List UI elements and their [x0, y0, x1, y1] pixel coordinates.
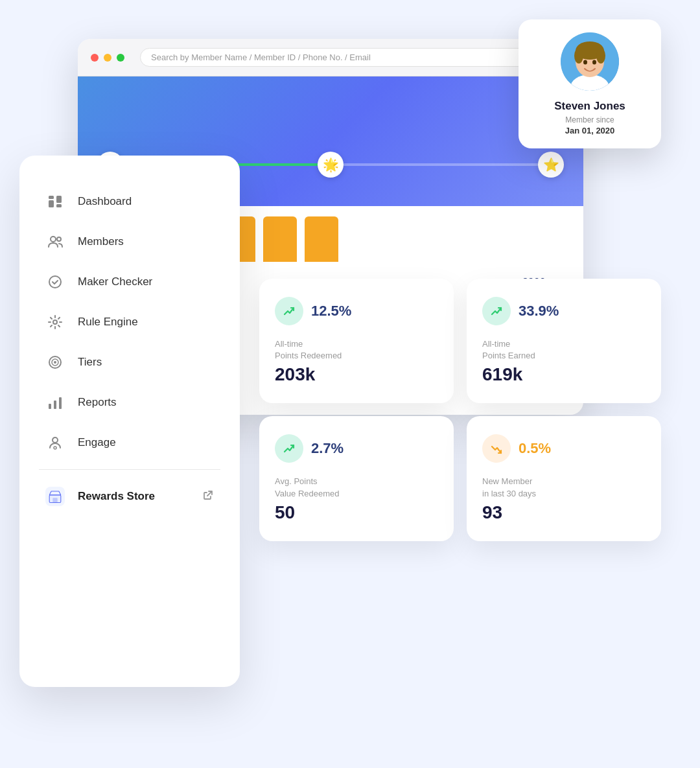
stat-card-points-earned: 33.9% All-timePoints Earned 619k	[467, 279, 661, 403]
svg-point-13	[57, 237, 61, 241]
members-label: Members	[78, 235, 124, 248]
trend-bubble-4	[482, 434, 511, 463]
svg-point-6	[583, 60, 587, 65]
maker-checker-label: Maker Checker	[78, 275, 152, 288]
stat-card-3-pct: 2.7%	[311, 440, 344, 457]
stat-card-4-header: 0.5%	[482, 434, 646, 463]
engage-icon	[45, 433, 65, 452]
stat-card-new-member: 0.5% New Memberin last 30 days 93	[467, 416, 661, 541]
svg-point-18	[54, 361, 56, 364]
sidebar-item-members[interactable]: Members	[39, 222, 220, 262]
tier-star-2: 🌟	[318, 152, 344, 178]
svg-point-7	[592, 60, 596, 65]
stat-card-4-subtitle: New Memberin last 30 days	[482, 476, 646, 499]
stat-card-points-redeemed: 12.5% All-timePoints Redeemed 203k	[259, 279, 454, 403]
rewards-store-icon	[45, 487, 65, 506]
sidebar-item-dashboard[interactable]: Dashboard	[39, 181, 220, 222]
stat-card-1-pct: 12.5%	[311, 303, 351, 320]
sidebar-item-tiers[interactable]: Tiers	[39, 342, 220, 382]
stat-card-2-header: 33.9%	[482, 297, 646, 325]
stat-card-3-header: 2.7%	[275, 434, 438, 463]
svg-rect-11	[56, 204, 62, 207]
svg-rect-25	[52, 498, 57, 502]
dashboard-label: Dashboard	[78, 195, 132, 208]
profile-since-date: Jan 01, 2020	[531, 126, 648, 135]
tiers-icon	[45, 353, 65, 372]
avatar	[561, 32, 619, 91]
browser-titlebar: Search by Member Name / Member ID / Phon…	[78, 39, 583, 76]
stat-card-1-header: 12.5%	[275, 297, 438, 325]
stat-card-3-value: 50	[275, 502, 438, 523]
dot-red[interactable]	[91, 54, 99, 62]
svg-point-14	[49, 276, 61, 288]
svg-point-5	[596, 48, 605, 64]
stat-card-3-subtitle: Avg. PointsValue Redeemed	[275, 476, 438, 499]
trend-bubble-2	[482, 297, 511, 325]
store-bar-6	[305, 216, 338, 262]
svg-rect-20	[54, 401, 56, 409]
dot-yellow[interactable]	[104, 54, 111, 62]
stats-cards-grid: 12.5% All-timePoints Redeemed 203k 33.9%…	[259, 279, 661, 541]
search-bar[interactable]: Search by Member Name / Member ID / Phon…	[140, 48, 570, 67]
svg-rect-9	[49, 200, 54, 207]
dashboard-icon	[45, 192, 65, 211]
sidebar-panel: Dashboard Members Maker Checker	[19, 156, 240, 687]
sidebar-item-rule-engine[interactable]: Rule Engine	[39, 302, 220, 342]
tier-star-3: ⭐	[538, 152, 564, 178]
svg-rect-10	[56, 196, 62, 203]
stat-card-avg-points: 2.7% Avg. PointsValue Redeemed 50	[259, 416, 454, 541]
svg-point-22	[52, 437, 58, 443]
reports-label: Reports	[78, 396, 117, 409]
sidebar-item-engage[interactable]: Engage	[39, 423, 220, 463]
trend-bubble-1	[275, 297, 303, 325]
reports-icon	[45, 393, 65, 412]
tier-line-inactive	[344, 163, 538, 166]
svg-point-12	[51, 237, 56, 242]
profile-name: Steven Jones	[531, 100, 648, 113]
search-placeholder-text: Search by Member Name / Member ID / Phon…	[151, 52, 371, 62]
stat-card-4-value: 93	[482, 502, 646, 523]
profile-since-label: Member since	[531, 115, 648, 124]
rule-engine-icon	[45, 312, 65, 332]
avatar-svg	[561, 32, 619, 91]
stat-card-2-subtitle: All-timePoints Earned	[482, 338, 646, 362]
stat-card-4-pct: 0.5%	[519, 440, 551, 457]
svg-point-4	[574, 48, 583, 64]
maker-checker-icon	[45, 272, 65, 292]
svg-rect-19	[49, 404, 51, 409]
tiers-label: Tiers	[78, 356, 102, 369]
members-icon	[45, 232, 65, 251]
sidebar-item-rewards-store[interactable]: Rewards Store	[39, 476, 220, 517]
sidebar-item-maker-checker[interactable]: Maker Checker	[39, 262, 220, 302]
stat-card-2-value: 619k	[482, 364, 646, 385]
svg-rect-8	[49, 196, 54, 199]
dot-green[interactable]	[117, 54, 124, 62]
engage-label: Engage	[78, 436, 116, 449]
stat-card-2-pct: 33.9%	[519, 303, 559, 320]
store-bar-5	[263, 216, 297, 262]
scene: Search by Member Name / Member ID / Phon…	[0, 0, 700, 768]
trend-bubble-3	[275, 434, 303, 463]
stat-card-1-subtitle: All-timePoints Redeemed	[275, 338, 438, 362]
rule-engine-label: Rule Engine	[78, 316, 138, 329]
profile-card: Steven Jones Member since Jan 01, 2020	[519, 19, 661, 148]
external-link-icon	[202, 489, 214, 504]
svg-point-15	[53, 320, 57, 324]
stat-card-1-value: 203k	[275, 364, 438, 385]
sidebar-item-reports[interactable]: Reports	[39, 382, 220, 423]
nav-divider	[39, 469, 220, 470]
svg-rect-21	[59, 397, 62, 409]
rewards-store-label: Rewards Store	[78, 490, 155, 503]
svg-point-23	[54, 447, 56, 449]
